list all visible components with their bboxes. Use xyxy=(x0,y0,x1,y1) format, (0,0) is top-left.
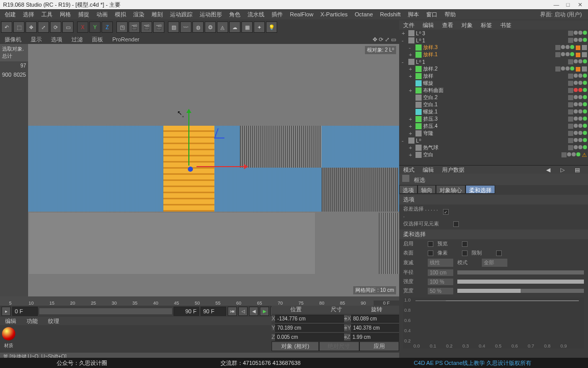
close-button[interactable]: ✕ xyxy=(575,2,585,8)
obj-name[interactable]: 空白.2 xyxy=(423,94,567,101)
objmgr-tab-查看[interactable]: 查看 xyxy=(438,20,457,30)
visibility-dots[interactable] xyxy=(568,31,587,36)
limit-checkbox[interactable] xyxy=(496,250,502,256)
gizmo-origin[interactable] xyxy=(188,167,193,172)
expand-icon[interactable]: + xyxy=(409,87,414,94)
goto-start-icon[interactable]: ⏮ xyxy=(228,307,237,316)
viewtab-摄像机[interactable]: 摄像机 xyxy=(0,35,26,44)
expand-icon[interactable]: + xyxy=(409,145,414,151)
coord-mode-button[interactable]: 对象 (相对) xyxy=(272,341,319,351)
width-slider[interactable] xyxy=(457,289,584,293)
environment-icon[interactable]: ☁ xyxy=(229,21,240,33)
attr-menu-模式[interactable]: 模式 xyxy=(399,166,419,174)
strength-slider[interactable] xyxy=(457,280,584,284)
enable-chk-icon[interactable] xyxy=(555,45,560,50)
enable-chk-icon[interactable] xyxy=(568,124,573,129)
layout-indicator[interactable]: 界面: 启动 (用户) xyxy=(536,10,587,19)
enable-chk-icon[interactable] xyxy=(568,145,573,150)
bulb-icon[interactable]: 💡 xyxy=(266,21,277,33)
strength-field[interactable]: 100 % xyxy=(428,279,453,285)
obj-row[interactable]: -放样.3 xyxy=(399,44,588,51)
menu-插件[interactable]: 插件 xyxy=(268,10,286,19)
obj-row[interactable]: +L⁰ 3 xyxy=(399,30,588,37)
obj-name[interactable]: 布料曲面 xyxy=(423,87,567,94)
obj-row[interactable]: +空白⚠ xyxy=(399,151,588,158)
visibility-dots[interactable] xyxy=(555,45,574,50)
enable-chk-icon[interactable] xyxy=(568,88,573,93)
objmgr-tab-书签[interactable]: 书签 xyxy=(496,20,516,30)
mattab-纹理[interactable]: 纹理 xyxy=(43,317,64,325)
radius-slider[interactable] xyxy=(457,270,584,274)
menu-工具[interactable]: 工具 xyxy=(38,10,56,19)
obj-row[interactable]: -L⁰ xyxy=(399,137,588,144)
frame-end-field[interactable] xyxy=(174,307,199,316)
nurbs-icon[interactable]: ◍ xyxy=(192,21,204,33)
frame-start-field[interactable] xyxy=(12,307,38,316)
rotate-icon[interactable]: ⟳ xyxy=(50,21,61,33)
obj-row[interactable]: 空白.2 xyxy=(399,94,588,101)
obj-row[interactable]: +放样.1 xyxy=(399,51,588,58)
menu-脚本[interactable]: 脚本 xyxy=(404,10,423,19)
enable-chk-icon[interactable] xyxy=(568,74,573,79)
objmgr-tab-标签[interactable]: 标签 xyxy=(477,20,496,30)
visibility-dots[interactable] xyxy=(555,66,574,72)
obj-row[interactable]: +穹隆 xyxy=(399,130,588,137)
menu-创建[interactable]: 创建 xyxy=(1,10,19,19)
undo-icon[interactable]: ↶ xyxy=(1,21,12,33)
visibility-dots[interactable] xyxy=(568,131,587,136)
material-item[interactable]: 材质 xyxy=(0,325,17,349)
expand-icon[interactable]: + xyxy=(409,130,414,136)
obj-name[interactable]: 挤压.4 xyxy=(423,123,567,130)
obj-name[interactable]: L⁰ 1 xyxy=(416,38,567,43)
coord-icon[interactable]: ◳ xyxy=(116,21,128,33)
expand-icon[interactable]: + xyxy=(409,73,414,79)
expand-icon[interactable]: + xyxy=(409,116,414,122)
expand-icon[interactable]: + xyxy=(409,52,414,58)
attr-tab-轴向[interactable]: 轴向 xyxy=(418,185,436,194)
mattab-功能[interactable]: 功能 xyxy=(21,317,43,325)
edge-checkbox[interactable] xyxy=(462,250,468,256)
expand-icon[interactable]: - xyxy=(402,59,407,65)
select-icon[interactable]: ⬚ xyxy=(13,21,24,33)
obj-name[interactable]: L⁰ 1 xyxy=(416,59,567,65)
viewport-tools[interactable]: ✥ ⟳ ⤢ ▭ xyxy=(368,35,399,44)
attr-tab-对象轴心[interactable]: 对象轴心 xyxy=(436,185,465,194)
expand-icon[interactable]: - xyxy=(402,137,407,144)
pos-X-field[interactable] xyxy=(275,315,344,323)
texture-tag-icon[interactable] xyxy=(576,53,580,57)
obj-name[interactable]: 挤压.3 xyxy=(423,116,567,123)
menu-流水线[interactable]: 流水线 xyxy=(244,10,268,19)
enable-chk-icon[interactable] xyxy=(568,138,573,143)
enable-chk-icon[interactable] xyxy=(568,95,573,100)
move-icon[interactable]: ✥ xyxy=(26,21,37,33)
generator-icon[interactable]: ❂ xyxy=(205,21,216,33)
menu-捕捉[interactable]: 捕捉 xyxy=(75,10,93,19)
menu-Octane[interactable]: Octane xyxy=(351,10,376,18)
preview-checkbox[interactable] xyxy=(462,241,468,247)
menu-选择[interactable]: 选择 xyxy=(19,10,38,19)
visibility-dots[interactable] xyxy=(568,117,587,122)
maximize-button[interactable]: □ xyxy=(563,2,573,8)
menu-窗口[interactable]: 窗口 xyxy=(423,10,441,19)
expand-icon[interactable]: - xyxy=(409,44,414,51)
menu-雕刻[interactable]: 雕刻 xyxy=(148,10,166,19)
history-back-icon[interactable]: ◀ xyxy=(542,166,554,173)
visibility-dots[interactable] xyxy=(568,95,587,100)
attr-tab-柔和选择[interactable]: 柔和选择 xyxy=(465,185,495,194)
render-icon[interactable]: 🎬 xyxy=(129,21,140,33)
play-back-icon[interactable]: ◀ xyxy=(249,307,258,316)
viewtab-面板[interactable]: 面板 xyxy=(87,35,108,44)
width-field[interactable]: 50 % xyxy=(428,288,453,294)
gizmo-y-axis[interactable] xyxy=(188,109,189,166)
obj-name[interactable]: 放样.1 xyxy=(423,51,554,58)
coord-apply-button[interactable]: 应用 xyxy=(359,341,399,351)
pos-Y-field[interactable] xyxy=(275,324,344,332)
spline-icon[interactable]: 〰 xyxy=(180,21,191,33)
visibility-dots[interactable] xyxy=(568,88,587,93)
render-region-icon[interactable]: 🎬 xyxy=(141,21,152,33)
obj-row[interactable]: 空白.1 xyxy=(399,101,588,108)
visibility-dots[interactable] xyxy=(568,59,587,64)
enable-checkbox[interactable] xyxy=(428,241,433,247)
obj-name[interactable]: 空白.1 xyxy=(423,101,567,108)
obj-name[interactable]: 放样 xyxy=(423,73,567,80)
